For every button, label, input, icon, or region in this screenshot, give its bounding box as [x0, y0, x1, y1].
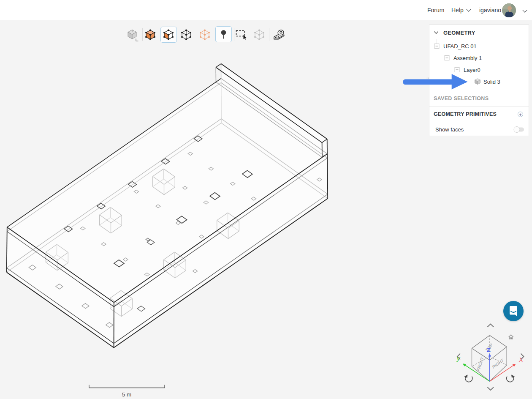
- svg-text:5 m: 5 m: [122, 391, 132, 398]
- svg-text:RIGHT: RIGHT: [491, 358, 505, 369]
- svg-text:FRONT: FRONT: [476, 356, 485, 372]
- svg-text:Z: Z: [487, 346, 491, 353]
